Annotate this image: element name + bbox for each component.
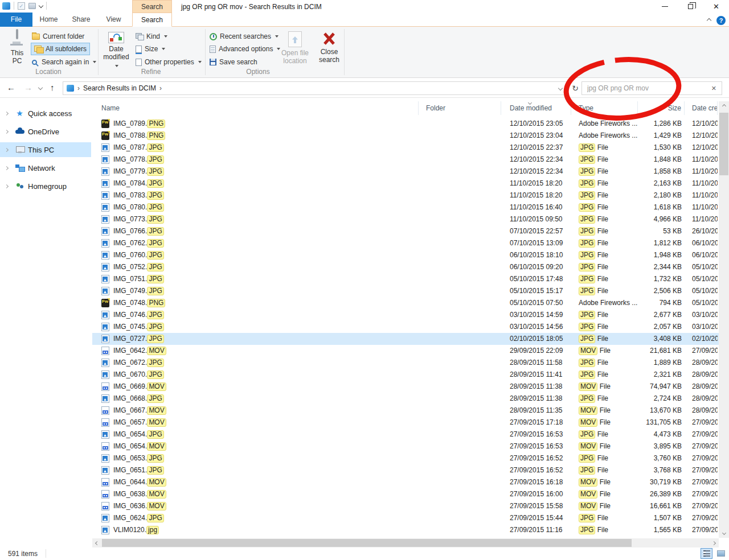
file-row[interactable]: IMG_0784.JPG11/10/2015 18:20JPG File2,16…	[92, 178, 719, 190]
file-row[interactable]: IMG_0752.JPG06/10/2015 09:20JPG File2,34…	[92, 261, 719, 273]
file-row[interactable]: IMG_0668.JPG28/09/2015 11:38JPG File2,72…	[92, 393, 719, 405]
sidebar-item-network[interactable]: Network	[0, 160, 91, 175]
file-row[interactable]: IMG_0644.MOV27/09/2015 16:18MOV File30,7…	[92, 476, 719, 488]
tab-view[interactable]: View	[97, 13, 130, 27]
column-header-date-created[interactable]: Date crea	[685, 101, 718, 115]
size-button[interactable]: Size	[136, 43, 165, 55]
advanced-options-button[interactable]: Advanced options	[210, 43, 280, 55]
chevron-right-icon[interactable]	[5, 184, 9, 188]
file-row[interactable]: IMG_0746.JPG03/10/2015 14:59JPG File2,67…	[92, 309, 719, 321]
file-row[interactable]: IMG_0636.MOV27/09/2015 15:58MOV File16,6…	[92, 500, 719, 512]
address-dropdown-chevron-icon[interactable]	[558, 86, 563, 90]
close-search-button[interactable]: Close search	[313, 29, 345, 69]
file-row[interactable]: IMG_0672.JPG28/09/2015 11:58JPG File1,88…	[92, 357, 719, 369]
file-row[interactable]: IMG_0773.JPG11/10/2015 09:50JPG File4,96…	[92, 213, 719, 225]
file-row[interactable]: IMG_0667.MOV28/09/2015 11:35MOV File13,6…	[92, 405, 719, 417]
file-row[interactable]: IMG_0657.MOV27/09/2015 17:18MOV File131,…	[92, 417, 719, 429]
file-row[interactable]: IMG_0762.JPG07/10/2015 13:09JPG File1,81…	[92, 237, 719, 249]
help-icon[interactable]: ?	[716, 16, 726, 25]
scroll-up-button[interactable]	[719, 101, 729, 111]
file-row[interactable]: IMG_0749.JPG05/10/2015 15:17JPG File2,50…	[92, 285, 719, 297]
file-row[interactable]: IMG_0751.JPG05/10/2015 17:48JPG File1,73…	[92, 273, 719, 285]
current-folder-button[interactable]: Current folder	[32, 30, 84, 43]
date-created-cell: 27/09/20	[685, 524, 718, 536]
properties-qat-icon[interactable]: ✓	[18, 2, 25, 10]
sidebar-item-onedrive[interactable]: OneDrive	[0, 124, 91, 139]
recent-searches-button[interactable]: Recent searches	[210, 30, 279, 43]
tab-file[interactable]: File	[0, 13, 32, 27]
save-search-button[interactable]: Save search	[210, 56, 257, 68]
file-row[interactable]: IMG_0748.PNG05/10/2015 07:50Adobe Firewo…	[92, 297, 719, 309]
restore-button[interactable]	[678, 0, 703, 13]
file-row[interactable]: IMG_0789.PNG12/10/2015 23:05Adobe Firewo…	[92, 118, 719, 130]
file-row[interactable]: IMG_0642.MOV29/09/2015 22:09MOV File21,6…	[92, 345, 719, 357]
chevron-right-icon[interactable]	[5, 147, 9, 151]
column-header-folder[interactable]: Folder	[419, 101, 501, 115]
file-row[interactable]: IMG_0670.JPG28/09/2015 11:41JPG File2,32…	[92, 369, 719, 381]
file-row[interactable]: IMG_0778.JPG12/10/2015 22:34JPG File1,84…	[92, 154, 719, 166]
date-modified-button[interactable]: Date modified	[100, 29, 132, 69]
collapse-ribbon-chevron-icon[interactable]	[707, 18, 711, 23]
file-row[interactable]: IMG_0727.JPG02/10/2015 18:05JPG File3,40…	[92, 333, 719, 345]
scroll-right-button[interactable]	[709, 538, 719, 547]
scroll-left-button[interactable]	[92, 538, 102, 547]
chevron-right-icon[interactable]	[5, 111, 9, 115]
file-row[interactable]: IMG_0669.MOV28/09/2015 11:38MOV File74,9…	[92, 381, 719, 393]
horizontal-scrollbar-thumb[interactable]	[102, 539, 632, 547]
up-icon[interactable]: ↑	[50, 83, 55, 92]
details-view-button[interactable]	[701, 548, 712, 559]
file-row[interactable]: IMG_0745.JPG03/10/2015 14:56JPG File2,05…	[92, 321, 719, 333]
other-properties-button[interactable]: Other properties	[136, 56, 202, 68]
file-row[interactable]: IMG_0766.JPG07/10/2015 22:57JPG File53 K…	[92, 225, 719, 237]
vertical-scrollbar-thumb[interactable]	[719, 113, 728, 175]
vertical-scrollbar[interactable]	[719, 101, 729, 538]
new-folder-qat-icon[interactable]	[28, 3, 36, 9]
file-row[interactable]: IMG_0787.JPG12/10/2015 22:37JPG File1,53…	[92, 142, 719, 154]
recent-locations-chevron-icon[interactable]	[38, 85, 43, 90]
column-header-name[interactable]: Name	[92, 101, 419, 115]
column-header-type[interactable]: Type	[571, 101, 638, 115]
sidebar-item-quick-access[interactable]: ★Quick access	[0, 106, 91, 121]
scroll-down-button[interactable]	[719, 528, 729, 538]
file-row[interactable]: IMG_0654.MOV27/09/2015 16:53MOV File3,89…	[92, 440, 719, 452]
back-icon[interactable]: ←	[7, 83, 15, 92]
file-row[interactable]: IMG_0653.JPG27/09/2015 16:52JPG File3,76…	[92, 452, 719, 464]
tab-home[interactable]: Home	[32, 13, 65, 27]
chevron-right-icon[interactable]	[5, 129, 9, 133]
file-row[interactable]: IMG_0779.JPG12/10/2015 22:34JPG File1,85…	[92, 166, 719, 178]
file-row[interactable]: IMG_0624.JPG27/09/2015 15:44JPG File1,50…	[92, 512, 719, 524]
column-header-size[interactable]: Size	[638, 101, 685, 115]
close-button[interactable]: ✕	[703, 0, 729, 13]
search-box[interactable]: ✕	[581, 81, 722, 95]
calendar-icon	[108, 32, 124, 43]
search-input[interactable]	[582, 84, 706, 92]
chevron-right-icon[interactable]	[5, 166, 9, 170]
file-row[interactable]: VLIM0120.jpg27/09/2015 11:16JPG File1,56…	[92, 524, 719, 536]
open-file-location-button[interactable]: Open file location	[279, 29, 311, 69]
customize-qat-chevron-icon[interactable]	[39, 3, 43, 8]
all-subfolders-button[interactable]: All subfolders	[31, 43, 90, 55]
tab-share[interactable]: Share	[65, 13, 97, 27]
file-row[interactable]: IMG_0760.JPG06/10/2015 18:10JPG File1,94…	[92, 249, 719, 261]
tab-search-active[interactable]: Search	[132, 13, 172, 27]
file-row[interactable]: IMG_0788.PNG12/10/2015 23:04Adobe Firewo…	[92, 130, 719, 142]
clear-search-icon[interactable]: ✕	[706, 85, 722, 92]
address-bar[interactable]: › Search Results in DCIM ›	[63, 81, 567, 95]
sidebar-item-this-pc[interactable]: This PC	[0, 142, 91, 157]
breadcrumb[interactable]: Search Results in DCIM	[83, 84, 156, 92]
column-header-date-modified[interactable]: Date modified	[501, 101, 571, 115]
refresh-button[interactable]: ↻	[569, 81, 581, 95]
horizontal-scrollbar[interactable]	[92, 538, 719, 547]
forward-icon[interactable]: →	[24, 83, 32, 92]
file-row[interactable]: IMG_0783.JPG11/10/2015 18:20JPG File2,18…	[92, 190, 719, 201]
this-pc-button[interactable]: This PC	[1, 29, 33, 69]
minimize-button[interactable]	[652, 0, 678, 13]
file-row[interactable]: IMG_0638.MOV27/09/2015 16:00MOV File26,3…	[92, 488, 719, 500]
large-icons-view-button[interactable]	[715, 548, 727, 559]
file-row[interactable]: IMG_0780.JPG11/10/2015 16:40JPG File1,61…	[92, 201, 719, 213]
file-row[interactable]: IMG_0654.JPG27/09/2015 16:53JPG File4,47…	[92, 429, 719, 440]
search-again-in-button[interactable]: Search again in	[32, 56, 96, 68]
sidebar-item-homegroup[interactable]: Homegroup	[0, 179, 91, 193]
kind-button[interactable]: Kind	[136, 30, 167, 43]
file-row[interactable]: IMG_0651.JPG27/09/2015 16:52JPG File3,76…	[92, 464, 719, 476]
